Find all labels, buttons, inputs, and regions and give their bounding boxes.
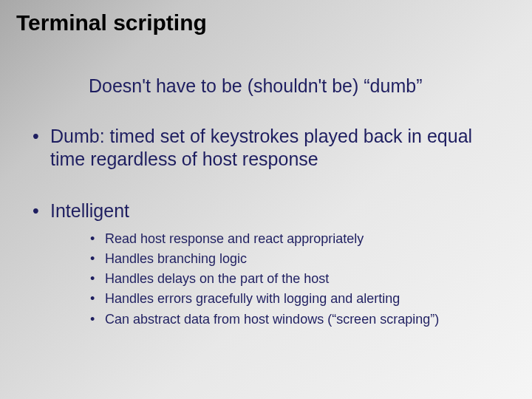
list-item: Handles branching logic bbox=[89, 250, 502, 268]
list-item: Handles delays on the part of the host bbox=[89, 270, 502, 288]
list-item: Read host response and react appropriate… bbox=[89, 230, 502, 248]
sub-bullet-list: Read host response and react appropriate… bbox=[50, 222, 502, 329]
slide: Terminal scripting Doesn't have to be (s… bbox=[0, 0, 532, 399]
bullet-text: Dumb: timed set of keystrokes played bac… bbox=[50, 126, 472, 169]
sub-bullet-text: Handles errors gracefully with logging a… bbox=[105, 291, 400, 306]
bullet-list: Dumb: timed set of keystrokes played bac… bbox=[0, 97, 532, 329]
list-item: Dumb: timed set of keystrokes played bac… bbox=[30, 125, 502, 171]
list-item: Handles errors gracefully with logging a… bbox=[89, 290, 502, 308]
sub-bullet-text: Can abstract data from host windows (“sc… bbox=[105, 312, 439, 327]
sub-bullet-text: Handles branching logic bbox=[105, 251, 247, 266]
slide-subtitle: Doesn't have to be (shouldn't be) “dumb” bbox=[0, 35, 532, 97]
bullet-text: Intelligent bbox=[50, 200, 129, 221]
slide-title: Terminal scripting bbox=[0, 0, 532, 35]
list-item: Intelligent Read host response and react… bbox=[30, 200, 502, 329]
list-item: Can abstract data from host windows (“sc… bbox=[89, 310, 502, 329]
sub-bullet-text: Read host response and react appropriate… bbox=[105, 231, 364, 246]
sub-bullet-text: Handles delays on the part of the host bbox=[105, 271, 329, 286]
